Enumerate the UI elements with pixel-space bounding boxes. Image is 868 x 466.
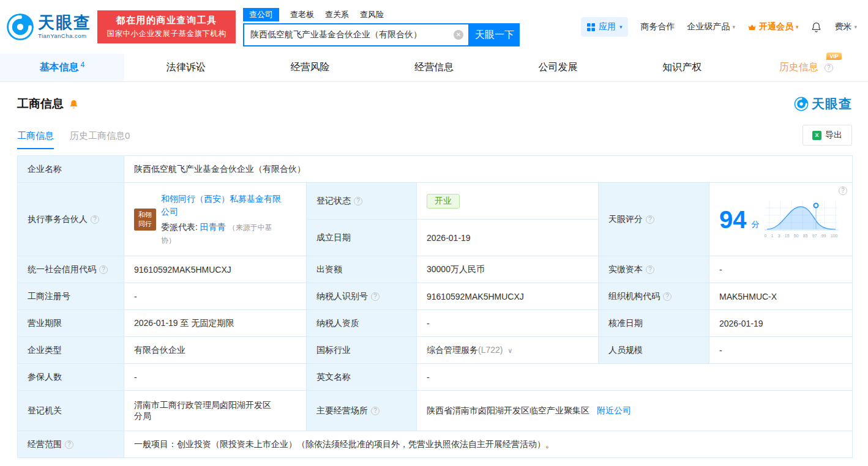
user-name: 费米 — [834, 21, 851, 32]
tab-label: 法律诉讼 — [166, 61, 206, 74]
subtab-business-info[interactable]: 工商信息 — [17, 130, 54, 149]
executive-partner-value-cell: 和翎同行 和翎同行（西安）私募基金有限公司 委派代表: 田青青 （来源于中基协） — [124, 183, 307, 256]
help-icon[interactable]: ? — [839, 187, 847, 195]
search-button[interactable]: 天眼一下 — [470, 23, 520, 46]
partner-company-link[interactable]: 和翎同行（西安）私募基金有限公司 — [161, 194, 281, 216]
capital-value-cell: 30000万人民币 — [417, 256, 599, 283]
score-axis-labels: 013 155085 9799100 — [765, 234, 838, 238]
clear-search-icon[interactable]: ✕ — [454, 30, 463, 40]
search-tab-risk[interactable]: 查风险 — [360, 9, 384, 20]
tab-label: 公司发展 — [539, 61, 578, 74]
rep-name-link[interactable]: 田青青 — [200, 222, 226, 232]
rep-label: 委派代表: — [161, 222, 198, 232]
logo-title: 天眼查 — [38, 15, 91, 31]
search-tab-company[interactable]: 查公司 — [243, 8, 279, 21]
tab-history-info[interactable]: 历史信息 ? VIP — [744, 54, 868, 81]
search-tab-boss[interactable]: 查老板 — [290, 9, 314, 20]
search-input[interactable] — [249, 29, 454, 40]
org-code-value-cell: MAK5HMUC-X — [709, 283, 853, 310]
english-name-label-cell: 英文名称 — [307, 364, 417, 391]
industry-label-cell: 国标行业 — [307, 337, 417, 364]
nearby-companies-link[interactable]: 附近公司 — [597, 405, 631, 415]
slogan-line2: 国家中小企业发展子基金旗下机构 — [101, 29, 232, 39]
business-place-label-cell: 主要经营场所? — [307, 391, 417, 431]
tab-label: 经营信息 — [414, 61, 454, 74]
capital-label-cell: 出资额 — [307, 256, 417, 283]
help-icon[interactable]: ? — [99, 265, 108, 274]
caret-down-icon: ▾ — [732, 24, 735, 30]
company-name-value-cell: 陕西低空航飞产业基金合伙企业（有限合伙） — [124, 156, 853, 183]
taxpayer-quality-value-cell: - — [417, 310, 599, 337]
chevron-down-icon[interactable]: ∨ — [507, 347, 512, 354]
tianyancha-logo[interactable]: 天眼查 TianYanCha.com — [6, 13, 91, 41]
business-coop-link[interactable]: 商务合作 — [640, 21, 675, 32]
export-label: 导出 — [825, 130, 842, 141]
help-icon[interactable]: ? — [91, 215, 99, 224]
help-icon[interactable]: ? — [65, 440, 73, 449]
help-icon[interactable]: ? — [646, 215, 654, 224]
paid-capital-value-cell: - — [709, 256, 853, 283]
establish-date-label-cell: 成立日期 — [307, 220, 417, 256]
section-title: 工商信息 — [17, 96, 64, 112]
excel-icon: X — [812, 131, 821, 140]
industry-value-cell: 综合管理服务(L722) ∨ — [417, 337, 599, 364]
tab-operating-risk[interactable]: 经营风险 — [248, 54, 372, 81]
subscribe-bell-icon[interactable] — [69, 99, 79, 109]
tab-intellectual-property[interactable]: 知识产权 — [620, 54, 744, 81]
caret-down-icon: ▾ — [854, 24, 857, 30]
search-row: ✕ 天眼一下 — [243, 23, 520, 46]
tianyancha-watermark-icon — [794, 97, 809, 111]
score-unit: 分 — [752, 219, 760, 230]
tianyan-score-value-cell: ? 94 分 — [709, 183, 853, 256]
tianyancha-watermark: 天眼查 — [794, 95, 852, 113]
company-section-tabs: 基本信息 4 法律诉讼 经营风险 经营信息 公司发展 知识产权 历史信息 ? V… — [0, 54, 868, 82]
tianyancha-company-page: 天眼查 TianYanCha.com 都在用的商业查询工具 国家中小企业发展子基… — [0, 0, 868, 466]
paid-capital-label-cell: 实缴资本? — [599, 256, 709, 283]
help-icon[interactable]: ? — [354, 197, 362, 205]
business-place-value-cell: 陕西省渭南市卤阳湖开发区临空产业聚集区 附近公司 — [417, 391, 853, 431]
export-button[interactable]: X 导出 — [803, 125, 852, 146]
insured-count-label-cell: 参保人数 — [18, 364, 124, 391]
credit-code-value-cell: 91610592MAK5HMUCXJ — [124, 256, 307, 283]
help-icon[interactable]: ? — [646, 265, 654, 274]
apps-grid-icon — [587, 23, 595, 31]
slogan-line1: 都在用的商业查询工具 — [101, 15, 232, 26]
help-icon[interactable]: ? — [663, 292, 672, 301]
business-scope-label-cell: 经营范围? — [18, 431, 124, 458]
apps-menu[interactable]: 应用 ▾ — [581, 17, 629, 37]
business-term-label-cell: 营业期限 — [18, 310, 124, 337]
open-vip-label: 开通会员 — [759, 21, 793, 32]
help-icon[interactable]: ? — [371, 292, 380, 301]
business-term-value-cell: 2026-01-19 至 无固定期限 — [124, 310, 307, 337]
org-code-label-cell: 组织机构代码? — [599, 283, 709, 310]
subtab-history-business-info[interactable]: 历史工商信息0 — [70, 130, 130, 149]
executive-partner-label-cell: 执行事务合伙人? — [18, 183, 124, 256]
user-menu[interactable]: 费米 ▾ — [834, 21, 857, 32]
tianyancha-logo-icon — [6, 13, 34, 41]
tab-label: 基本信息 — [39, 61, 78, 74]
tab-label: 知识产权 — [662, 61, 702, 74]
establish-date-value-cell: 2026-01-19 — [417, 220, 599, 256]
business-info-table: 企业名称 陕西低空航飞产业基金合伙企业（有限合伙） 执行事务合伙人? 和翎同行 … — [17, 155, 853, 458]
help-icon[interactable]: ? — [371, 407, 380, 415]
tab-basic-info[interactable]: 基本信息 4 — [0, 54, 124, 81]
search-tab-relation[interactable]: 查关系 — [325, 9, 349, 20]
help-icon[interactable]: ? — [825, 64, 833, 72]
tab-company-development[interactable]: 公司发展 — [496, 54, 620, 81]
company-name-label-cell: 企业名称 — [18, 156, 124, 183]
enterprise-products-menu[interactable]: 企业级产品 ▾ — [687, 21, 735, 32]
english-name-value-cell: - — [417, 364, 853, 391]
notifications-bell-icon[interactable] — [810, 21, 822, 33]
enterprise-products-label: 企业级产品 — [687, 21, 730, 32]
slogan-banner: 都在用的商业查询工具 国家中小企业发展子基金旗下机构 — [97, 10, 236, 43]
tab-legal-proceedings[interactable]: 法律诉讼 — [124, 54, 249, 81]
caret-down-icon: ▾ — [619, 24, 623, 30]
search-box: ✕ — [243, 23, 470, 46]
company-type-value-cell: 有限合伙企业 — [124, 337, 307, 364]
score-value: 94 — [719, 207, 747, 232]
reg-status-label-cell: 登记状态? — [307, 183, 417, 220]
reg-authority-value-cell: 渭南市工商行政管理局卤阳湖开发区分局 — [124, 391, 307, 431]
tab-operating-info[interactable]: 经营信息 — [372, 54, 496, 81]
search-tabs: 查公司 查老板 查关系 查风险 — [243, 7, 520, 22]
open-vip-menu[interactable]: 开通会员 ▾ — [747, 21, 799, 32]
